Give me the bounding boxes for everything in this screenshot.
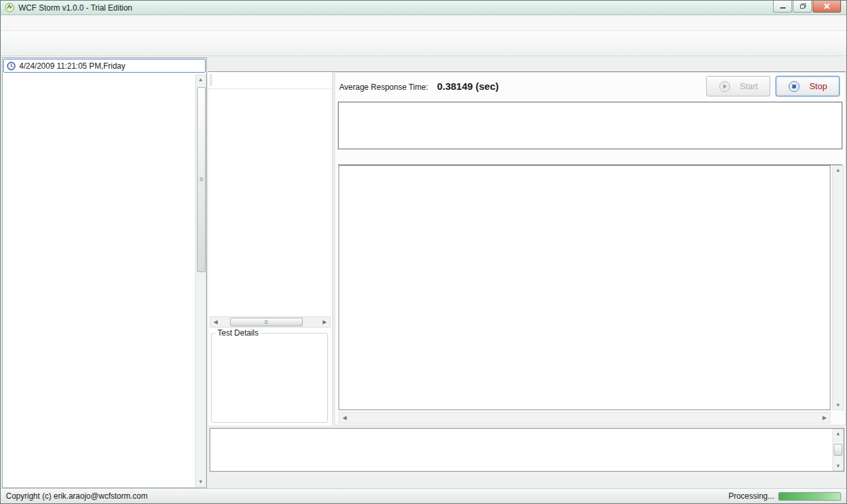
processing-label: Processing...: [729, 491, 774, 501]
start-label: Start: [740, 81, 758, 91]
test-details-title: Test Details: [216, 328, 261, 338]
scroll-left-icon[interactable]: ◀: [210, 317, 221, 327]
perf-test-panel: Average Response Time: 0.38149 (sec) Sta…: [335, 72, 846, 425]
close-button[interactable]: [813, 1, 841, 13]
start-button[interactable]: Start: [706, 76, 770, 96]
menu-bar: [1, 15, 846, 31]
scroll-down-icon[interactable]: ▼: [836, 402, 841, 408]
progress-bar: [778, 492, 841, 501]
start-icon: [719, 81, 731, 92]
maximize-button[interactable]: [793, 1, 812, 13]
title-bar: WCF Storm v1.0.0 - Trial Edition: [1, 1, 846, 15]
scroll-thumb[interactable]: ☰: [197, 87, 206, 272]
avg-response-label: Average Response Time:: [339, 83, 428, 92]
datetime-text: 4/24/2009 11:21:05 PM,Friday: [19, 61, 126, 71]
minimize-icon: [779, 3, 787, 10]
chart-area: [339, 165, 830, 410]
chart-hscrollbar[interactable]: ◀ ▶: [339, 412, 830, 423]
status-bar: Copyright (c) erik.araojo@wcfstorm.com P…: [1, 488, 846, 503]
close-icon: [823, 3, 831, 10]
scroll-down-icon[interactable]: ▼: [836, 463, 841, 469]
scroll-up-icon[interactable]: ▲: [836, 167, 841, 173]
parameters-tree: [208, 90, 332, 314]
minimize-button[interactable]: [773, 1, 792, 13]
datetime-header: 4/24/2009 11:21:05 PM,Friday: [3, 59, 206, 73]
app-window: WCF Storm v1.0.0 - Trial Edition 4/24/20…: [0, 0, 847, 504]
log-scrollbar[interactable]: ▲ ▼: [832, 429, 844, 471]
response-time-chart: [339, 166, 830, 410]
test-case-toolbar: [208, 72, 332, 89]
window-controls: [772, 1, 841, 13]
perf-header: Average Response Time: 0.38149 (sec) Sta…: [335, 73, 845, 100]
toolbar-grip: [210, 75, 212, 87]
service-explorer-panel: 4/24/2009 11:21:05 PM,Friday ▲ ☰ ▼: [2, 57, 207, 488]
scroll-thumb[interactable]: [834, 444, 842, 456]
chart-tab-strip: [338, 153, 842, 165]
workspace: ◀ ☰ ▶ Test Details Average Response Time…: [208, 57, 846, 488]
scroll-down-icon[interactable]: ▼: [198, 479, 204, 485]
scroll-right-icon[interactable]: ▶: [819, 413, 830, 423]
toolbar: [1, 31, 846, 56]
scroll-up-icon[interactable]: ▲: [836, 431, 841, 437]
window-title: WCF Storm v1.0.0 - Trial Edition: [19, 3, 132, 13]
results-grid: [338, 102, 842, 149]
scroll-right-icon[interactable]: ▶: [319, 317, 330, 327]
stop-icon: [788, 81, 800, 92]
clock-icon: [7, 61, 16, 71]
log-output[interactable]: [210, 428, 844, 472]
scroll-up-icon[interactable]: ▲: [198, 77, 204, 83]
avg-response-value: 0.38149 (sec): [437, 81, 499, 92]
maximize-icon: [799, 3, 807, 10]
copyright-text: Copyright (c) erik.araojo@wcfstorm.com: [6, 491, 147, 501]
test-case-panel: ◀ ☰ ▶ Test Details: [208, 72, 333, 425]
test-details-group: Test Details: [211, 333, 328, 423]
stop-label: Stop: [809, 81, 827, 91]
service-tree: [3, 75, 194, 487]
scroll-left-icon[interactable]: ◀: [339, 413, 350, 423]
parameters-hscrollbar[interactable]: ◀ ☰ ▶: [210, 316, 331, 328]
service-tree-scrollbar[interactable]: ▲ ☰ ▼: [195, 75, 206, 487]
log-panel: ▲ ▼: [208, 427, 846, 488]
chart-vscrollbar[interactable]: ▲ ▼: [832, 165, 844, 410]
scroll-thumb[interactable]: ☰: [230, 318, 303, 326]
app-icon: [5, 3, 15, 13]
stop-button[interactable]: Stop: [776, 76, 840, 96]
document-tab-strip: [208, 57, 846, 72]
